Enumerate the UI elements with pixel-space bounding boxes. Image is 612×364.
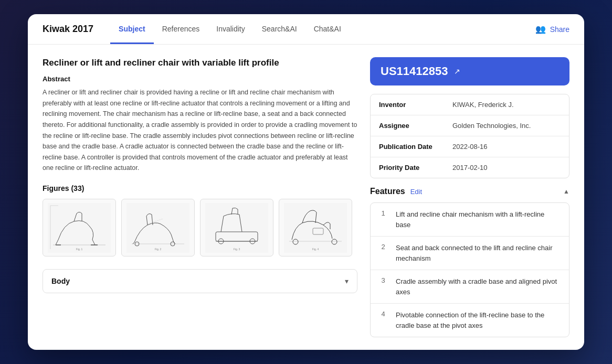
- patent-title: Recliner or lift and recliner chair with…: [43, 57, 357, 69]
- edit-features-button[interactable]: Edit: [410, 188, 422, 196]
- feature-num-3: 3: [379, 276, 387, 284]
- left-panel: Recliner or lift and recliner chair with…: [43, 57, 357, 337]
- features-title: Features: [370, 187, 405, 196]
- abstract-label: Abstract: [43, 75, 357, 83]
- share-label: Share: [550, 25, 569, 34]
- chevron-down-icon: ▾: [345, 277, 349, 285]
- feature-num-2: 2: [379, 243, 387, 251]
- main-card: Kiwak 2017 Subject References Invalidity…: [28, 14, 584, 350]
- figure-thumb-4[interactable]: Fig. 4: [279, 199, 352, 256]
- svg-rect-19: [284, 203, 347, 253]
- priority-key: Priority Date: [379, 164, 452, 172]
- feature-text-4: Pivotable connection of the lift-recline…: [396, 310, 561, 330]
- nav-tabs: Subject References Invalidity Search&AI …: [110, 25, 535, 44]
- patent-id: US11412853: [381, 65, 448, 78]
- app-title: Kiwak 2017: [43, 24, 93, 44]
- svg-rect-13: [205, 203, 268, 253]
- feature-num-1: 1: [379, 209, 387, 217]
- inventor-key: Inventor: [379, 101, 452, 109]
- pubdate-key: Publication Date: [379, 143, 452, 151]
- priority-val: 2017-02-10: [452, 164, 488, 172]
- svg-rect-7: [126, 203, 189, 253]
- meta-table: Inventor KIWAK, Frederick J. Assignee Go…: [370, 94, 569, 178]
- feature-text-2: Seat and back connected to the lift and …: [396, 243, 561, 263]
- inventor-val: KIWAK, Frederick J.: [452, 101, 514, 109]
- tab-subject[interactable]: Subject: [110, 25, 154, 44]
- tab-chatai[interactable]: Chat&AI: [305, 25, 350, 44]
- features-header: Features Edit ▲: [370, 187, 569, 196]
- feature-text-3: Cradle assembly with a cradle base and a…: [396, 276, 561, 297]
- svg-text:Fig. 1: Fig. 1: [76, 248, 83, 251]
- feature-item-1: 1 Lift and recline chair mechanism with …: [371, 203, 569, 237]
- feature-item-4: 4 Pivotable connection of the lift-recli…: [371, 304, 569, 337]
- tab-searchai[interactable]: Search&AI: [254, 25, 305, 44]
- tab-invalidity[interactable]: Invalidity: [208, 25, 253, 44]
- svg-text:Fig. 2: Fig. 2: [155, 248, 162, 251]
- header: Kiwak 2017 Subject References Invalidity…: [28, 14, 584, 45]
- svg-text:Fig. 4: Fig. 4: [312, 248, 319, 251]
- content-area: Recliner or lift and recliner chair with…: [28, 45, 584, 350]
- external-link-icon[interactable]: ↗: [454, 67, 460, 76]
- meta-row-pubdate: Publication Date 2022-08-16: [371, 136, 569, 157]
- body-label: Body: [51, 277, 70, 285]
- feature-item-3: 3 Cradle assembly with a cradle base and…: [371, 270, 569, 304]
- assignee-val: Golden Technologies, Inc.: [452, 122, 531, 130]
- assignee-key: Assignee: [379, 122, 452, 130]
- meta-row-priority: Priority Date 2017-02-10: [371, 157, 569, 178]
- feature-text-1: Lift and recline chair mechanism with a …: [396, 209, 561, 230]
- share-icon: 👥: [535, 24, 546, 34]
- svg-text:Fig. 3: Fig. 3: [234, 248, 240, 251]
- figure-thumb-2[interactable]: Fig. 2: [121, 199, 195, 256]
- figure-thumb-1[interactable]: Fig. 1: [43, 199, 116, 256]
- features-list: 1 Lift and recline chair mechanism with …: [370, 202, 569, 337]
- pubdate-val: 2022-08-16: [452, 143, 488, 151]
- feature-item-2: 2 Seat and back connected to the lift an…: [371, 237, 569, 270]
- right-panel: US11412853 ↗ Inventor KIWAK, Frederick J…: [370, 57, 569, 337]
- abstract-text: A recliner or lift and recliner chair is…: [43, 87, 357, 174]
- meta-row-assignee: Assignee Golden Technologies, Inc.: [371, 115, 569, 136]
- patent-id-box[interactable]: US11412853 ↗: [370, 57, 569, 85]
- meta-row-inventor: Inventor KIWAK, Frederick J.: [371, 94, 569, 115]
- figures-scroll[interactable]: Fig. 1: [43, 199, 357, 261]
- figure-thumb-3[interactable]: Fig. 3: [200, 199, 273, 256]
- figures-heading: Figures (33): [43, 184, 357, 192]
- feature-num-4: 4: [379, 310, 387, 318]
- collapse-icon[interactable]: ▲: [563, 188, 569, 195]
- tab-references[interactable]: References: [154, 25, 208, 44]
- share-button[interactable]: 👥 Share: [535, 24, 569, 44]
- body-section[interactable]: Body ▾: [43, 269, 357, 293]
